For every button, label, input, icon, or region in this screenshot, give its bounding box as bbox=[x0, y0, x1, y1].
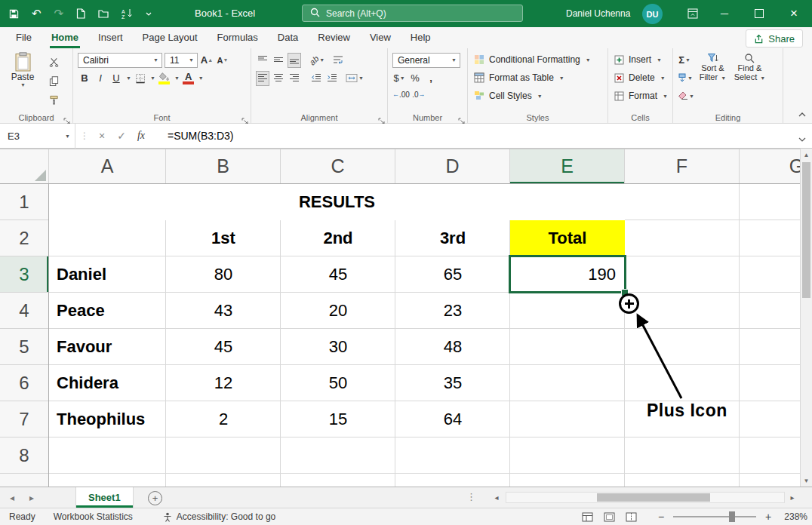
column-header-b[interactable]: B bbox=[166, 149, 281, 183]
increase-decimal-button[interactable]: ←.00 bbox=[392, 87, 410, 102]
scroll-right-arrow[interactable]: ▸ bbox=[786, 491, 798, 504]
share-button[interactable]: Share bbox=[746, 29, 803, 48]
cell-a6[interactable]: Chidera bbox=[49, 365, 166, 401]
column-header-d[interactable]: D bbox=[395, 149, 510, 183]
align-middle-button[interactable] bbox=[272, 53, 285, 68]
collapse-ribbon-button[interactable] bbox=[798, 106, 806, 120]
alignment-dialog-launcher[interactable] bbox=[378, 114, 385, 121]
cell-b4[interactable]: 43 bbox=[166, 293, 281, 329]
cell-a7[interactable]: Theophilus bbox=[49, 401, 166, 438]
cell-a4[interactable]: Peace bbox=[49, 293, 166, 329]
font-color-button[interactable]: A bbox=[182, 71, 195, 86]
ribbon-display-options-button[interactable] bbox=[676, 0, 709, 27]
avatar[interactable]: DU bbox=[642, 4, 663, 24]
insert-cells-button[interactable]: Insert ▼ bbox=[613, 51, 669, 69]
row-header-5[interactable]: 5 bbox=[0, 329, 48, 365]
cell-d6[interactable]: 35 bbox=[395, 365, 510, 401]
format-cells-button[interactable]: Format ▼ bbox=[613, 87, 669, 105]
sheet-tab-sheet1[interactable]: Sheet1 bbox=[75, 487, 134, 508]
clipboard-dialog-launcher[interactable] bbox=[63, 114, 70, 121]
conditional-formatting-button[interactable]: Conditional Formatting ▼ bbox=[472, 51, 604, 69]
name-box[interactable]: E3 ▼ bbox=[0, 124, 75, 149]
orientation-button[interactable]: ab▼ bbox=[309, 53, 324, 68]
close-button[interactable]: × bbox=[777, 0, 810, 27]
format-painter-button[interactable] bbox=[47, 92, 60, 107]
undo-button[interactable]: ↶ bbox=[32, 7, 42, 20]
decrease-indent-button[interactable] bbox=[309, 71, 323, 86]
new-file-button[interactable] bbox=[76, 8, 85, 19]
save-button[interactable] bbox=[9, 9, 19, 19]
scroll-down-arrow[interactable]: ▼ bbox=[801, 474, 812, 487]
cell-c3[interactable]: 45 bbox=[281, 256, 395, 293]
enter-button[interactable]: ✓ bbox=[112, 130, 131, 142]
maximize-button[interactable] bbox=[743, 0, 776, 27]
cell-c5[interactable]: 30 bbox=[281, 329, 395, 365]
increase-indent-button[interactable] bbox=[325, 71, 339, 86]
cell-d2[interactable]: 3rd bbox=[395, 220, 510, 256]
tab-page-layout[interactable]: Page Layout bbox=[133, 27, 208, 48]
page-break-view-button[interactable] bbox=[623, 510, 638, 524]
tab-review[interactable]: Review bbox=[308, 27, 360, 48]
tab-formulas[interactable]: Formulas bbox=[208, 27, 268, 48]
grow-font-button[interactable]: A▲ bbox=[200, 53, 214, 68]
cell-d5[interactable]: 48 bbox=[395, 329, 510, 365]
new-sheet-button[interactable]: + bbox=[148, 491, 162, 505]
scroll-left-arrow[interactable]: ◂ bbox=[491, 491, 503, 504]
row-header-2[interactable]: 2 bbox=[0, 220, 48, 256]
open-folder-button[interactable] bbox=[98, 9, 109, 18]
fill-color-button[interactable] bbox=[158, 71, 171, 86]
font-dialog-launcher[interactable] bbox=[241, 114, 248, 121]
font-family-combo[interactable]: Calibri▼ bbox=[78, 53, 162, 68]
row-header-8[interactable]: 8 bbox=[0, 438, 48, 474]
cell-d3[interactable]: 65 bbox=[395, 256, 510, 293]
tab-help[interactable]: Help bbox=[401, 27, 441, 48]
bold-button[interactable]: B bbox=[78, 71, 91, 86]
align-left-button[interactable] bbox=[256, 71, 269, 86]
qat-customize-button[interactable] bbox=[146, 12, 152, 16]
column-header-a[interactable]: A bbox=[49, 149, 166, 183]
tab-scrollbar-splitter[interactable]: ⋮ bbox=[466, 491, 476, 502]
column-header-g[interactable]: G bbox=[740, 149, 800, 183]
cell-b5[interactable]: 45 bbox=[166, 329, 281, 365]
formula-bar-expand-button[interactable] bbox=[798, 131, 806, 145]
vertical-scrollbar[interactable]: ▲ ▼ bbox=[800, 149, 812, 487]
cell-e2-total-header[interactable]: Total bbox=[510, 220, 625, 256]
row-header-7[interactable]: 7 bbox=[0, 401, 48, 438]
column-header-e[interactable]: E bbox=[510, 149, 625, 183]
borders-button[interactable] bbox=[134, 71, 147, 86]
vertical-scrollbar-thumb[interactable] bbox=[802, 162, 810, 298]
find-select-button[interactable]: Find & Select ▼ bbox=[731, 53, 768, 105]
cut-button[interactable] bbox=[47, 54, 60, 69]
formula-input[interactable]: =SUM(B3:D3) bbox=[168, 130, 234, 142]
zoom-slider[interactable] bbox=[673, 516, 756, 517]
fill-button[interactable]: ▼ bbox=[678, 70, 693, 85]
decrease-decimal-button[interactable]: .0→ bbox=[412, 87, 426, 102]
workbook-statistics-button[interactable]: Workbook Statistics bbox=[54, 511, 133, 522]
sort-az-button[interactable]: AZ bbox=[121, 8, 133, 19]
search-box[interactable]: Search (Alt+Q) bbox=[302, 5, 523, 22]
formula-bar-grip[interactable]: ⋮ bbox=[80, 130, 89, 141]
number-dialog-launcher[interactable] bbox=[458, 114, 465, 121]
percent-style-button[interactable]: % bbox=[408, 71, 422, 86]
cell-b6[interactable]: 12 bbox=[166, 365, 281, 401]
cell-styles-button[interactable]: Cell Styles ▼ bbox=[472, 87, 604, 105]
shrink-font-button[interactable]: A▼ bbox=[216, 53, 229, 68]
tab-view[interactable]: View bbox=[360, 27, 401, 48]
accounting-format-button[interactable]: $▼ bbox=[392, 71, 406, 86]
align-right-button[interactable] bbox=[288, 71, 301, 86]
cell-b7[interactable]: 2 bbox=[166, 401, 281, 438]
tab-data[interactable]: Data bbox=[268, 27, 308, 48]
sort-filter-button[interactable]: Sort & Filter ▼ bbox=[694, 53, 731, 105]
tab-insert[interactable]: Insert bbox=[88, 27, 133, 48]
tab-home[interactable]: Home bbox=[42, 27, 88, 48]
underline-button[interactable]: U bbox=[109, 71, 123, 86]
paste-button[interactable]: Paste ▼ bbox=[5, 52, 41, 107]
row-header-4[interactable]: 4 bbox=[0, 293, 48, 329]
sheet-nav-prev-button[interactable]: ◂ bbox=[3, 487, 21, 508]
insert-function-button[interactable]: fx bbox=[131, 130, 151, 142]
cancel-button[interactable]: × bbox=[92, 130, 112, 142]
cell-c2[interactable]: 2nd bbox=[281, 220, 395, 256]
horizontal-scrollbar[interactable] bbox=[506, 492, 785, 503]
tab-file[interactable]: File bbox=[6, 27, 42, 48]
align-top-button[interactable] bbox=[256, 53, 269, 68]
